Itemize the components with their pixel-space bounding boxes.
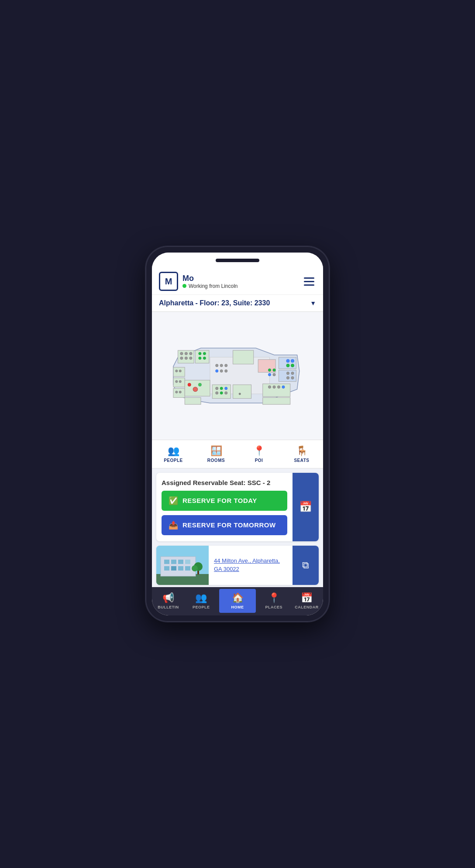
svg-point-26 [286,359,289,362]
filter-tab-rooms[interactable]: 🪟 ROOMS [195,444,238,465]
svg-point-57 [176,391,178,393]
reservation-calendar-icon: 📅 [299,501,312,513]
svg-point-16 [180,352,183,355]
svg-point-61 [286,376,289,379]
poi-tab-label: POI [255,458,263,463]
address-line1: 44 Milton Ave., Alpharetta, [214,557,280,564]
svg-point-58 [179,391,181,393]
svg-point-62 [291,376,294,379]
svg-point-21 [189,357,192,359]
svg-rect-68 [171,560,176,564]
svg-point-35 [225,370,227,372]
location-bar[interactable]: Alpharetta - Floor: 23, Suite: 2330 ▼ [152,295,323,312]
reserve-today-button[interactable]: ✅ RESERVE FOR TODAY [162,491,287,511]
places-label: PLACES [265,605,282,609]
hamburger-menu-button[interactable] [302,276,316,287]
copy-icon: ⧉ [302,560,309,571]
svg-rect-74 [185,566,190,571]
filter-tab-seats[interactable]: 🪑 SEATS [280,444,323,465]
filter-tabs: 👥 PEOPLE 🪟 ROOMS 📍 POI 🪑 SEATS [152,440,323,468]
bulletin-icon: 📢 [162,592,174,604]
address-line2: GA 30022 [214,566,239,572]
people-tab-label: PEOPLE [164,458,183,463]
hamburger-line-3 [304,284,314,286]
svg-point-45 [225,387,227,390]
svg-point-77 [192,565,198,571]
calendar-icon: 📅 [301,592,313,604]
people-icon: 👥 [168,445,179,457]
address-info: 44 Milton Ave., Alpharetta, GA 30022 [209,546,293,585]
reserve-today-label: RESERVE FOR TODAY [182,497,257,504]
svg-point-24 [199,357,201,359]
svg-point-28 [286,364,289,367]
address-copy-side[interactable]: ⧉ [293,546,319,585]
svg-point-52 [282,386,285,388]
address-card: 44 Milton Ave., Alpharetta, GA 30022 ⧉ [156,546,319,585]
working-status: Working from Lincoln [182,283,238,289]
svg-rect-6 [279,370,296,382]
svg-rect-3 [233,351,254,365]
svg-point-44 [220,387,223,390]
seat-label: Assigned Reservable Seat: SSC - 2 [162,479,287,486]
svg-point-22 [199,352,201,355]
svg-rect-70 [185,560,190,564]
svg-rect-15 [233,385,251,399]
svg-point-25 [203,357,206,359]
svg-point-59 [286,372,289,375]
svg-point-50 [273,386,275,388]
svg-point-18 [189,352,192,355]
nav-item-bulletin[interactable]: 📢 BULLETIN [152,591,185,611]
svg-point-47 [220,392,223,394]
logo-letter: M [165,277,172,286]
app-header: M Mo Working from Lincoln [152,268,323,295]
app-logo: M [159,272,178,291]
svg-point-43 [216,387,218,390]
app-title: Mo [182,274,238,283]
rooms-tab-label: ROOMS [207,458,225,463]
places-icon: 📍 [268,592,280,604]
address-link[interactable]: 44 Milton Ave., Alpharetta, GA 30022 [214,557,280,573]
reserve-tomorrow-button[interactable]: 📤 RESERVE FOR TOMORROW [162,515,287,535]
reservation-calendar-side[interactable]: 📅 [293,473,319,541]
filter-tab-people[interactable]: 👥 PEOPLE [152,444,195,465]
svg-rect-71 [164,566,169,571]
header-left: M Mo Working from Lincoln [159,272,238,291]
location-text: Alpharetta - Floor: 23, Suite: 2330 [159,299,270,307]
svg-rect-69 [178,560,183,564]
nav-item-home[interactable]: 🏠 HOME [219,589,255,613]
svg-point-48 [225,392,227,394]
status-bar [152,253,323,268]
rooms-icon: 🪟 [210,445,222,457]
svg-point-29 [291,364,294,367]
svg-rect-73 [178,566,183,571]
floorplan-area[interactable] [152,312,323,440]
svg-point-23 [203,352,206,355]
svg-point-42 [198,383,201,386]
svg-rect-67 [164,560,169,564]
svg-point-51 [277,386,280,388]
nav-item-places[interactable]: 📍 PLACES [258,591,290,611]
header-title-area: Mo Working from Lincoln [182,274,238,289]
svg-point-34 [220,370,223,372]
svg-point-56 [179,380,181,383]
svg-point-41 [193,387,198,392]
nav-item-people[interactable]: 👥 PEOPLE [185,591,217,611]
content-area: Assigned Reservable Seat: SSC - 2 ✅ RESE… [152,468,323,588]
svg-point-55 [176,380,178,383]
dropdown-arrow-icon: ▼ [310,300,316,307]
svg-rect-72 [171,566,176,571]
filter-tab-poi[interactable]: 📍 POI [238,444,280,465]
nav-item-calendar[interactable]: 📅 CALENDAR [290,591,323,611]
svg-rect-8 [263,398,290,405]
address-building-image [156,546,209,585]
svg-point-20 [185,357,187,359]
nav-people-icon: 👥 [195,592,207,604]
reserve-today-check-icon: ✅ [169,496,178,506]
svg-point-33 [216,370,218,372]
svg-point-38 [268,373,271,376]
svg-rect-9 [173,367,185,376]
svg-rect-11 [173,389,185,398]
svg-point-37 [273,369,275,372]
svg-point-39 [273,373,275,376]
svg-rect-13 [185,398,201,405]
